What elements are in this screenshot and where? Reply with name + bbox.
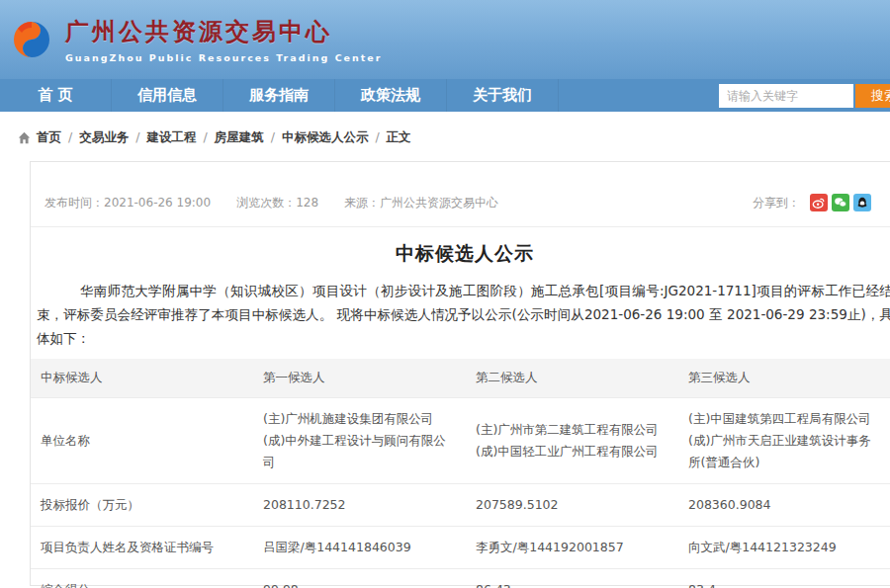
cell-company-3: (主)中国建筑第四工程局有限公司(成)广州市天启正业建筑设计事务所(普通合伙) [678, 398, 890, 484]
article-body: 华南师范大学附属中学（知识城校区）项目设计（初步设计及施工图阶段）施工总承包[项… [31, 277, 890, 350]
row-label: 综合得分 [31, 569, 253, 588]
site-title: 广州公共资源交易中心 [65, 16, 383, 47]
col-header-first-candidate: 第一候选人 [253, 359, 466, 398]
row-label: 单位名称 [31, 398, 253, 484]
crumb-construction-engineering[interactable]: 建设工程 [129, 129, 196, 146]
main-nav: 首 页 信用信息 服务指南 政策法规 关于我们 搜索 [0, 79, 890, 112]
crumb-home[interactable]: 首页 [37, 129, 61, 146]
table-header-row: 中标候选人 第一候选人 第二候选人 第三候选人 [31, 359, 890, 398]
view-count-label: 浏览次数： [236, 196, 296, 210]
view-count-value: 128 [296, 196, 318, 210]
table-row-overall-score: 综合得分 99.98 86.43 83.4 [31, 569, 890, 588]
crumb-article[interactable]: 正文 [368, 129, 410, 146]
crumb-winning-candidates[interactable]: 中标候选人公示 [264, 129, 369, 146]
view-count: 浏览次数：128 [236, 195, 318, 211]
publish-time: 发布时间：2021-06-26 19:00 [44, 195, 211, 211]
publish-time-label: 发布时间： [44, 196, 104, 210]
share-bar: 分享到： [753, 194, 871, 211]
home-icon [18, 131, 31, 144]
weibo-share-icon[interactable] [810, 194, 828, 211]
row-label: 项目负责人姓名及资格证书编号 [31, 527, 253, 569]
cell-price-1: 208110.7252 [253, 484, 466, 527]
wechat-share-icon[interactable] [832, 194, 849, 211]
article-meta: 发布时间：2021-06-26 19:00 浏览次数：128 来源：广州公共资源… [31, 162, 890, 227]
cell-company-1: (主)广州机施建设集团有限公司(成)中外建工程设计与顾问有限公司 [253, 398, 466, 484]
cell-score-2: 86.43 [466, 569, 678, 588]
crumb-housing-construction[interactable]: 房屋建筑 [196, 129, 263, 146]
search-box: 搜索 [719, 84, 890, 108]
site-header: 广州公共资源交易中心 GuangZhou Public Resources Tr… [0, 0, 890, 79]
cell-price-3: 208360.9084 [678, 484, 890, 527]
site-subtitle: GuangZhou Public Resources Trading Cente… [65, 52, 383, 63]
table-row-company-name: 单位名称 (主)广州机施建设集团有限公司(成)中外建工程设计与顾问有限公司 (主… [31, 398, 890, 484]
search-button[interactable]: 搜索 [855, 84, 890, 108]
cell-score-3: 83.4 [678, 569, 890, 588]
table-row-project-leader: 项目负责人姓名及资格证书编号 吕国梁/粤144141846039 李勇文/粤14… [31, 527, 890, 569]
cell-leader-3: 向文武/粤144121323249 [678, 527, 890, 569]
candidates-table: 中标候选人 第一候选人 第二候选人 第三候选人 单位名称 (主)广州机施建设集团… [31, 359, 890, 588]
cell-price-2: 207589.5102 [466, 484, 678, 527]
crumb-trading-business[interactable]: 交易业务 [61, 129, 129, 146]
cell-leader-1: 吕国梁/粤144141846039 [253, 527, 466, 569]
source-label: 来源： [344, 196, 380, 210]
source: 来源：广州公共资源交易中心 [344, 195, 498, 211]
source-value: 广州公共资源交易中心 [380, 196, 498, 210]
share-label: 分享到： [753, 195, 800, 211]
publish-time-value: 2021-06-26 19:00 [104, 196, 211, 210]
article-title: 中标候选人公示 [31, 241, 890, 267]
col-header-third-candidate: 第三候选人 [678, 359, 890, 398]
cell-company-2: (主)广州市第二建筑工程有限公司(成)中国轻工业广州工程有限公司 [466, 398, 678, 484]
col-header-second-candidate: 第二候选人 [466, 359, 678, 398]
qq-share-icon[interactable] [853, 194, 871, 211]
cell-score-1: 99.98 [253, 569, 466, 588]
nav-item-policies[interactable]: 政策法规 [335, 79, 447, 112]
logo-icon[interactable] [12, 20, 51, 59]
col-header-candidates: 中标候选人 [31, 359, 253, 398]
nav-item-service-guide[interactable]: 服务指南 [223, 79, 335, 112]
search-input[interactable] [719, 84, 853, 108]
row-label: 投标报价（万元） [31, 484, 253, 527]
brand-text: 广州公共资源交易中心 GuangZhou Public Resources Tr… [65, 16, 383, 63]
breadcrumb: 首页 交易业务 建设工程 房屋建筑 中标候选人公示 正文 [0, 112, 890, 146]
article-panel: 发布时间：2021-06-26 19:00 浏览次数：128 来源：广州公共资源… [30, 161, 890, 586]
table-row-bid-price: 投标报价（万元） 208110.7252 207589.5102 208360.… [31, 484, 890, 527]
nav-item-about-us[interactable]: 关于我们 [447, 79, 559, 112]
nav-item-credit-info[interactable]: 信用信息 [112, 79, 223, 112]
nav-item-home[interactable]: 首 页 [0, 79, 112, 112]
cell-leader-2: 李勇文/粤144192001857 [466, 527, 678, 569]
